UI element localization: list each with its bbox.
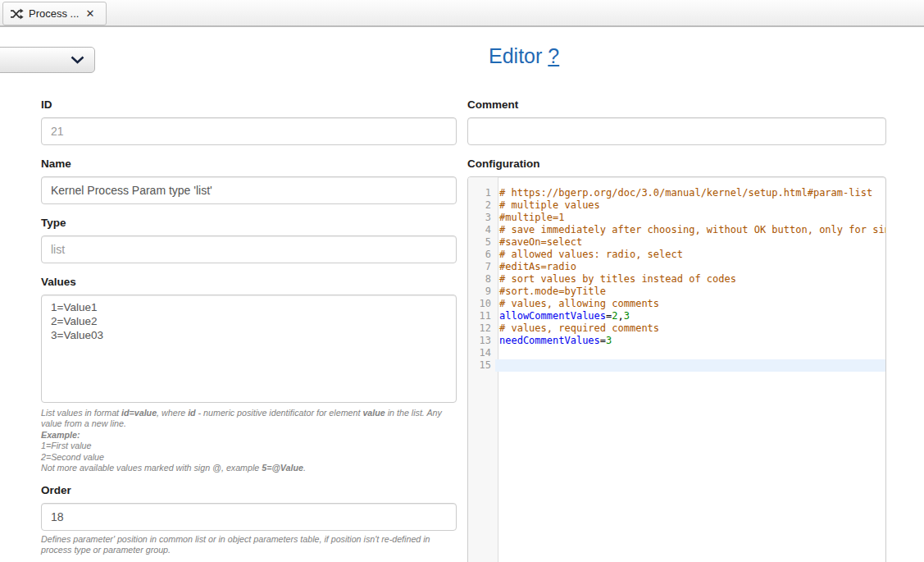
parameter-select[interactable] — [0, 47, 95, 73]
type-field[interactable] — [41, 235, 457, 263]
code-line[interactable]: 2# multiple values — [468, 199, 885, 212]
tab-bar: Process ... ✕ — [0, 0, 924, 27]
values-help-text: List values in format id=value, where id… — [41, 408, 453, 473]
code-line[interactable]: 15 — [468, 359, 885, 372]
page-title-text: Editor — [489, 44, 542, 67]
configuration-label: Configuration — [467, 158, 539, 170]
close-icon[interactable]: ✕ — [85, 8, 94, 19]
name-field[interactable] — [41, 176, 457, 204]
code-editor-lines: 1# https://bgerp.org/doc/3.0/manual/kern… — [468, 177, 885, 372]
order-label: Order — [41, 484, 71, 496]
editor-page: Process ... ✕ Editor? ID Name Type Value… — [0, 0, 924, 562]
name-label: Name — [41, 158, 71, 170]
type-label: Type — [41, 217, 66, 229]
chevron-down-icon — [71, 56, 84, 64]
configuration-code-editor[interactable]: 1# https://bgerp.org/doc/3.0/manual/kern… — [467, 176, 886, 562]
values-textarea[interactable] — [41, 295, 457, 403]
comment-field[interactable] — [467, 117, 886, 145]
id-label: ID — [41, 98, 52, 111]
code-line[interactable]: 5#saveOn=select — [468, 236, 885, 249]
code-line[interactable]: 12# values, required comments — [468, 322, 885, 335]
code-line[interactable]: 7#editAs=radio — [468, 261, 885, 273]
code-line[interactable]: 14 — [468, 347, 885, 359]
code-line[interactable]: 10# values, allowing comments — [468, 298, 885, 310]
page-title: Editor? — [489, 44, 559, 68]
comment-label: Comment — [467, 98, 518, 111]
tab-label: Process ... — [29, 7, 79, 20]
tab-process[interactable]: Process ... ✕ — [2, 2, 107, 25]
code-line[interactable]: 1# https://bgerp.org/doc/3.0/manual/kern… — [468, 187, 885, 199]
code-line[interactable]: 6# allowed values: radio, select — [468, 249, 885, 261]
id-field[interactable] — [41, 117, 457, 145]
shuffle-icon — [10, 8, 24, 20]
order-help-text: Defines parameter' position in common li… — [41, 534, 453, 556]
order-field[interactable] — [41, 503, 457, 531]
code-line[interactable]: 9#sort.mode=byTitle — [468, 286, 885, 298]
code-line[interactable]: 3#multiple=1 — [468, 212, 885, 224]
values-label: Values — [41, 276, 76, 288]
code-line[interactable]: 8# sort values by titles instead of code… — [468, 273, 885, 286]
help-link[interactable]: ? — [548, 44, 559, 67]
code-line[interactable]: 13needCommentValues=3 — [468, 335, 885, 347]
code-line[interactable]: 11allowCommentValues=2,3 — [468, 310, 885, 322]
code-line[interactable]: 4# save immediately after choosing, with… — [468, 224, 885, 236]
